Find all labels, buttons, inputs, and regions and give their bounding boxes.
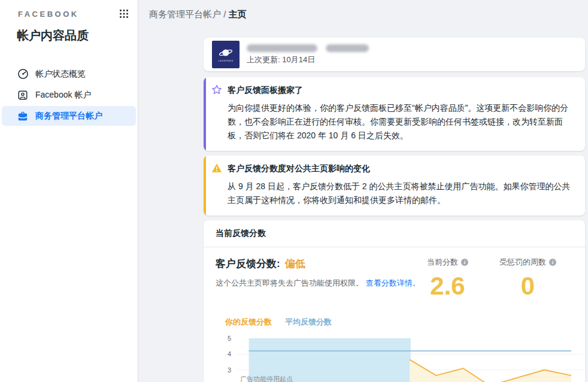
- stat-current-score: 当前分数 i 2.6: [427, 257, 468, 299]
- avatar-logo-text: LESSPRES: [218, 59, 233, 62]
- apps-grid-icon[interactable]: [117, 7, 131, 20]
- stat-penalized-weeks: 受惩罚的周数 i 0: [499, 257, 556, 299]
- briefcase-icon: [17, 110, 29, 122]
- star-icon: [211, 84, 222, 95]
- info-icon[interactable]: i: [461, 259, 468, 266]
- breadcrumb-parent[interactable]: 商务管理平台帐户: [149, 9, 221, 19]
- breadcrumb-separator: /: [221, 9, 229, 19]
- gauge-icon: [17, 68, 29, 80]
- breadcrumb-current: 主页: [229, 9, 247, 19]
- notice-accent-bar: [204, 77, 206, 151]
- feedback-score-chart: 广告功能停用起点0123457月8月9月10月: [222, 332, 573, 382]
- page-name-redacted: [247, 44, 369, 52]
- info-icon[interactable]: i: [549, 259, 556, 266]
- warning-triangle-icon: [211, 163, 222, 174]
- stat-value: 0: [499, 274, 556, 299]
- score-details-link[interactable]: 查看分数详情。: [366, 278, 420, 287]
- score-description: 这个公共主页即将失去广告功能使用权限。: [216, 278, 363, 287]
- notice-score-policy-change: 客户反馈分数度对公共主页影响的变化 从 9 月 28 日起，客户反馈分数低于 2…: [204, 156, 585, 216]
- notice-title: 客户反馈分数度对公共主页影响的变化: [228, 163, 575, 174]
- sidebar-item-label: Facebook 帐户: [35, 90, 91, 101]
- breadcrumb: 商务管理平台帐户 / 主页: [139, 0, 588, 20]
- score-card-header: 当前反馈分数: [204, 220, 585, 247]
- sidebar-nav: 帐户状态概览 Facebook 帐户 商务管理平台帐户: [0, 64, 138, 126]
- sidebar: FACEBOOK 帐户内容品质 帐户状态概览: [0, 0, 138, 382]
- svg-text:广告功能停用起点: 广告功能停用起点: [240, 375, 293, 382]
- last-update-text: 上次更新: 10月14日: [247, 54, 369, 65]
- id-card-icon: [17, 89, 29, 101]
- svg-text:4: 4: [228, 350, 231, 357]
- sidebar-item-label: 帐户状态概览: [35, 69, 86, 80]
- notice-body: 从 9 月 28 日起，客户反馈分数低于 2 的公共主页将被禁止使用广告功能。如…: [228, 180, 575, 207]
- account-card: LESSPRES 上次更新: 10月14日: [204, 38, 585, 71]
- sidebar-item-account-status-overview[interactable]: 帐户状态概览: [2, 64, 136, 84]
- sidebar-item-business-accounts[interactable]: 商务管理平台帐户: [2, 106, 136, 126]
- stat-value: 2.6: [427, 274, 468, 299]
- stat-label: 受惩罚的周数: [499, 257, 546, 268]
- stat-label: 当前分数: [427, 257, 458, 268]
- notice-feedback-panel-moved: 客户反馈面板搬家了 为向你提供更好的体验，你的客户反馈面板已移至“帐户内容品质”…: [204, 77, 585, 151]
- score-summary: 客户反馈分数:偏低 这个公共主页即将失去广告功能使用权限。 查看分数详情。: [216, 257, 420, 299]
- legend-average-score: 平均反馈分数: [285, 317, 332, 328]
- notice-title: 客户反馈面板搬家了: [228, 85, 575, 96]
- svg-text:5: 5: [228, 335, 231, 342]
- current-feedback-score-card: 当前反馈分数 客户反馈分数:偏低 这个公共主页即将失去广告功能使用权限。 查看分…: [204, 220, 585, 382]
- sidebar-item-facebook-accounts[interactable]: Facebook 帐户: [2, 85, 136, 105]
- main-area: 商务管理平台帐户 / 主页 LESSPRES 上次更新: 10月14日: [139, 0, 588, 382]
- avatar: LESSPRES: [212, 41, 240, 68]
- notice-accent-bar: [204, 156, 206, 216]
- score-label: 客户反馈分数:: [216, 258, 280, 269]
- facebook-wordmark: FACEBOOK: [18, 10, 79, 19]
- chart-legend: 你的反馈分数 平均反馈分数: [225, 317, 573, 328]
- score-status-badge: 偏低: [285, 258, 305, 269]
- sidebar-item-label: 商务管理平台帐户: [35, 111, 102, 122]
- notice-body: 为向你提供更好的体验，你的客户反馈面板已移至“帐户内容品质”。这项更新不会影响你…: [228, 101, 575, 143]
- svg-text:3: 3: [228, 366, 231, 374]
- page-title: 帐户内容品质: [0, 20, 138, 44]
- legend-your-score: 你的反馈分数: [225, 317, 272, 328]
